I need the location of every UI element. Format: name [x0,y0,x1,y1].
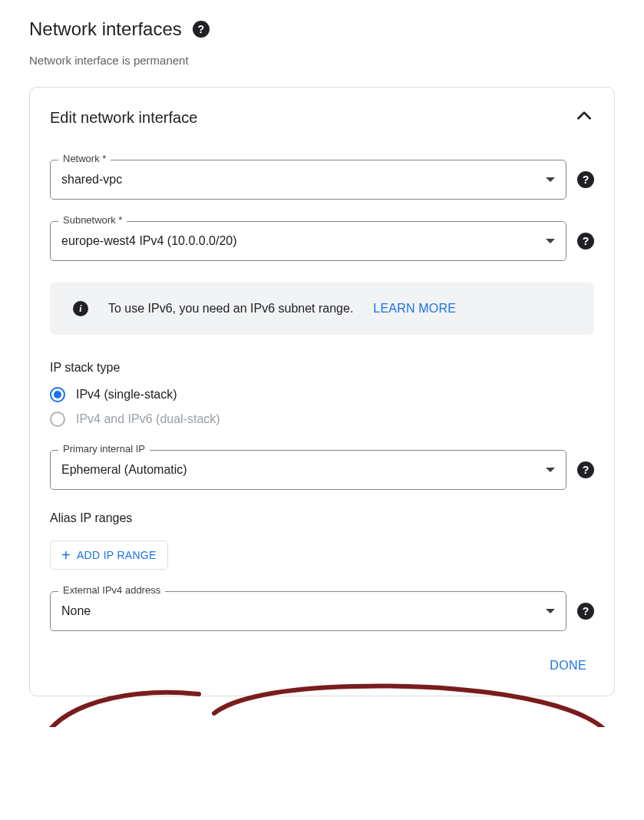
annotation-circle-icon [22,671,629,727]
card-title: Edit network interface [50,109,197,127]
collapse-icon[interactable] [574,106,594,129]
info-icon: i [73,301,88,316]
external-ipv4-select[interactable]: External IPv4 address None [50,591,566,631]
primary-internal-ip-value: Ephemeral (Automatic) [61,463,538,477]
radio-label: IPv4 (single-stack) [76,388,177,402]
radio-checked-icon [50,387,65,402]
primary-internal-ip-label: Primary internal IP [58,443,150,455]
external-ipv4-value: None [61,604,538,618]
help-icon[interactable]: ? [577,603,594,620]
help-icon[interactable]: ? [577,461,594,478]
network-label: Network * [58,153,111,164]
ip-stack-option-ipv4[interactable]: IPv4 (single-stack) [50,387,594,402]
page-title: Network interfaces [29,18,182,40]
chevron-down-icon [546,468,555,472]
plus-icon: + [61,547,71,563]
primary-internal-ip-select[interactable]: Primary internal IP Ephemeral (Automatic… [50,450,566,490]
chevron-down-icon [546,177,555,182]
done-button[interactable]: DONE [542,654,594,677]
help-icon[interactable]: ? [193,21,210,38]
ip-stack-title: IP stack type [50,361,594,375]
chevron-down-icon [546,239,555,243]
external-ipv4-label: External IPv4 address [58,584,165,596]
info-text: To use IPv6, you need an IPv6 subnet ran… [108,302,353,316]
radio-label: IPv4 and IPv6 (dual-stack) [76,412,220,426]
radio-unchecked-icon [50,412,65,427]
subnetwork-select[interactable]: Subnetwork * europe-west4 IPv4 (10.0.0.0… [50,221,566,261]
add-ip-range-button[interactable]: + ADD IP RANGE [50,541,168,570]
learn-more-link[interactable]: LEARN MORE [373,302,456,316]
ip-stack-option-dual: IPv4 and IPv6 (dual-stack) [50,412,594,427]
subnetwork-value: europe-west4 IPv4 (10.0.0.0/20) [61,234,538,248]
chevron-down-icon [546,609,555,613]
network-interface-card: Edit network interface Network * shared-… [29,87,615,696]
alias-ip-title: Alias IP ranges [50,511,594,525]
subnetwork-label: Subnetwork * [58,214,127,226]
network-select[interactable]: Network * shared-vpc [50,160,566,200]
ipv6-info-banner: i To use IPv6, you need an IPv6 subnet r… [50,283,594,335]
network-value: shared-vpc [61,173,538,187]
add-ip-range-label: ADD IP RANGE [77,549,157,561]
help-icon[interactable]: ? [577,171,594,188]
help-icon[interactable]: ? [577,233,594,250]
page-subtext: Network interface is permanent [29,54,615,67]
